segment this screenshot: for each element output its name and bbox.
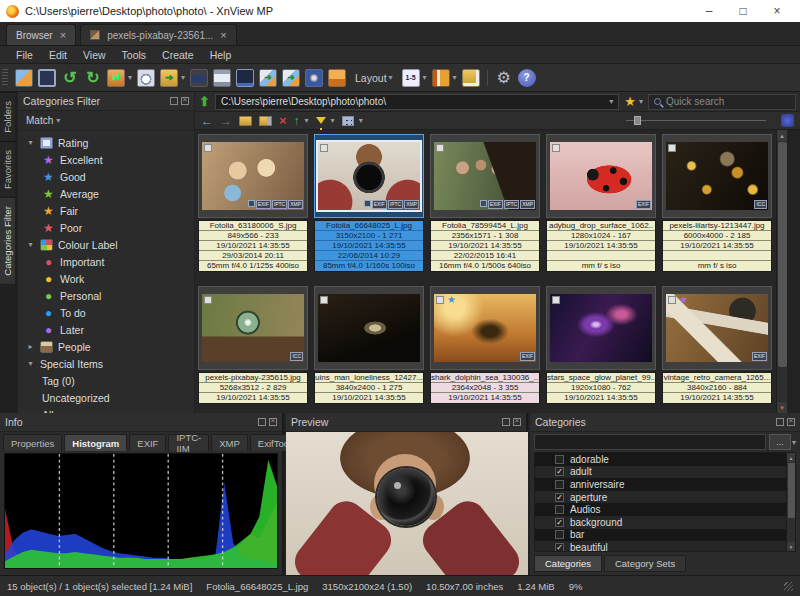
tree-item-important[interactable]: ●Important [18,253,194,270]
category-row[interactable]: ✓adult [535,466,795,479]
capture-icon[interactable] [305,69,323,87]
thumbnail-image[interactable]: EXIFIPTCXMP [202,142,304,210]
category-checkbox[interactable]: ✓ [555,467,564,476]
thumbnail-image[interactable]: ★ EXIF [434,294,536,362]
chevron-down-icon[interactable]: ▾ [181,73,185,82]
category-checkbox[interactable]: ✓ [555,543,564,552]
close-panel-icon[interactable] [269,418,277,426]
thumbnail-cell[interactable]: EXIF adybug_drop_surface_1062.. 1280x102… [543,134,659,272]
footer-tab-categories[interactable]: Categories [534,555,602,572]
back-icon[interactable]: ← [201,115,213,127]
collapse-arrow-icon[interactable]: ▾ [26,138,35,147]
chevron-down-icon[interactable]: ▾ [609,97,613,106]
slider-handle[interactable] [634,116,641,125]
category-row[interactable]: ✓beautiful [535,541,795,552]
filter-funnel-icon[interactable] [316,117,326,124]
thumb-checkbox[interactable] [320,144,328,152]
timestamp-icon[interactable] [137,69,155,87]
scroll-up-icon[interactable]: ▲ [777,130,787,141]
category-checkbox[interactable] [555,530,564,539]
thumbnail-cell[interactable]: EXIFIPTCXMP Fotolia_63180006_S.jpg 849x5… [195,134,311,272]
help-icon[interactable]: ? [518,69,536,87]
menu-edit[interactable]: Edit [41,49,75,61]
scroll-up-icon[interactable]: ▲ [787,453,795,462]
rotate-right-icon[interactable]: ↻ [84,69,102,87]
fullscreen-icon[interactable] [38,69,56,87]
folder-tree-icon[interactable] [462,69,480,87]
tree-item-work[interactable]: ●Work [18,270,194,287]
thumbnail-image[interactable] [318,294,420,362]
menu-view[interactable]: View [75,49,114,61]
new-folder-icon[interactable] [239,116,252,126]
layout-button[interactable]: Layout▾ [351,72,397,84]
minimize-button[interactable]: – [692,4,726,18]
scroll-down-icon[interactable]: ▼ [777,402,787,413]
category-scrollbar[interactable]: ▲ ▼ [786,453,795,551]
thumbnail-cell-selected[interactable]: EXIFIPTCXMP Fotolia_66648025_L.jpg 3150x… [311,134,427,272]
wallpaper-icon[interactable] [328,69,346,87]
thumb-checkbox[interactable] [204,144,212,152]
scroll-down-icon[interactable]: ▼ [787,542,795,551]
tree-item-uncategorized[interactable]: Uncategorized [18,389,194,406]
tab-histogram[interactable]: Histogram [64,434,127,451]
chevron-down-icon[interactable]: ▾ [453,73,457,82]
match-dropdown[interactable]: Match▾ [18,111,194,131]
menu-help[interactable]: Help [202,49,240,61]
tab-iptc[interactable]: IPTC-IIM [168,434,209,451]
thumb-checkbox[interactable] [668,296,676,304]
thumbnail-image[interactable]: ICC [202,294,304,362]
thumbnail-cell[interactable]: ICC pexels-lilartsy-1213447.jpg 6000x400… [659,134,775,272]
thumbnail-image[interactable]: ★ EXIF [666,294,768,362]
category-checkbox[interactable] [555,505,564,514]
search-binoculars-icon[interactable] [190,69,208,87]
thumbnail-cell[interactable]: ★ EXIF vintage_retro_camera_1265... 3840… [659,286,775,404]
browse-book-icon[interactable] [432,69,450,87]
thumbnail-cell[interactable]: ★ EXIF shark_dolphin_sea_130036_... 2364… [427,286,543,404]
close-panel-icon[interactable] [181,97,189,105]
category-checkbox[interactable] [555,480,564,489]
delete-icon[interactable]: × [279,114,287,127]
thumbnail-size-slider[interactable] [626,120,766,121]
chevron-down-icon[interactable]: ▾ [359,116,363,125]
thumbnail-cell[interactable]: ICC pexels-pixabay-235615.jpg 5268x3512 … [195,286,311,404]
close-panel-icon[interactable] [513,418,521,426]
category-row[interactable]: bar [535,529,795,542]
edit-folder-icon[interactable] [259,116,272,126]
category-row[interactable]: anniversaire [535,478,795,491]
print-icon[interactable] [213,69,231,87]
tree-item-tag[interactable]: Tag (0) [18,372,194,389]
tree-item-good[interactable]: ★Good [18,168,194,185]
chevron-down-icon[interactable]: ▾ [423,73,427,82]
forward-icon[interactable]: → [220,115,232,127]
vtab-folders[interactable]: Folders [0,92,15,141]
vtab-favorites[interactable]: Favorites [0,141,15,197]
chevron-down-icon[interactable]: ▾ [639,97,643,106]
thumbnail-cell[interactable]: stars_space_glow_planet_99... 1920x1080 … [543,286,659,404]
category-row[interactable]: Audios [535,503,795,516]
tree-item-todo[interactable]: ●To do [18,304,194,321]
thumbnail-cell[interactable]: EXIFIPTCXMP Fotolia_78599454_L.jpg 2356x… [427,134,543,272]
path-input[interactable]: C:\Users\pierre\Desktop\photo\photo\ ▾ [215,94,619,110]
thumb-checkbox[interactable] [552,144,560,152]
chevron-down-icon[interactable]: ▾ [128,73,132,82]
move-copy-icon[interactable]: ➜ [160,69,178,87]
tab-exif[interactable]: EXIF [129,434,166,451]
thumbnail-image[interactable]: EXIFIPTCXMP [434,142,536,210]
menu-file[interactable]: File [8,49,41,61]
category-row[interactable]: ✓aperture [535,491,795,504]
float-panel-icon[interactable] [776,418,784,426]
footer-tab-category-sets[interactable]: Category Sets [604,555,686,572]
parent-folder-icon[interactable]: ⬆ [199,94,210,109]
tree-item-average[interactable]: ★Average [18,185,194,202]
grid-scrollbar[interactable]: ▲ ▼ [776,130,787,413]
tab-properties[interactable]: Properties [3,434,62,451]
category-row[interactable]: adorable [535,453,795,466]
category-checkbox[interactable]: ✓ [555,518,564,527]
menu-create[interactable]: Create [154,49,202,61]
scrollbar-thumb[interactable] [778,142,787,367]
convert-icon[interactable]: ⇄ [107,69,125,87]
copy-to-icon[interactable]: ➜ [259,69,277,87]
tab-image[interactable]: pexels-pixabay-23561... × [80,24,237,45]
scrollbar-thumb[interactable] [788,463,795,518]
close-button[interactable]: × [760,4,794,18]
